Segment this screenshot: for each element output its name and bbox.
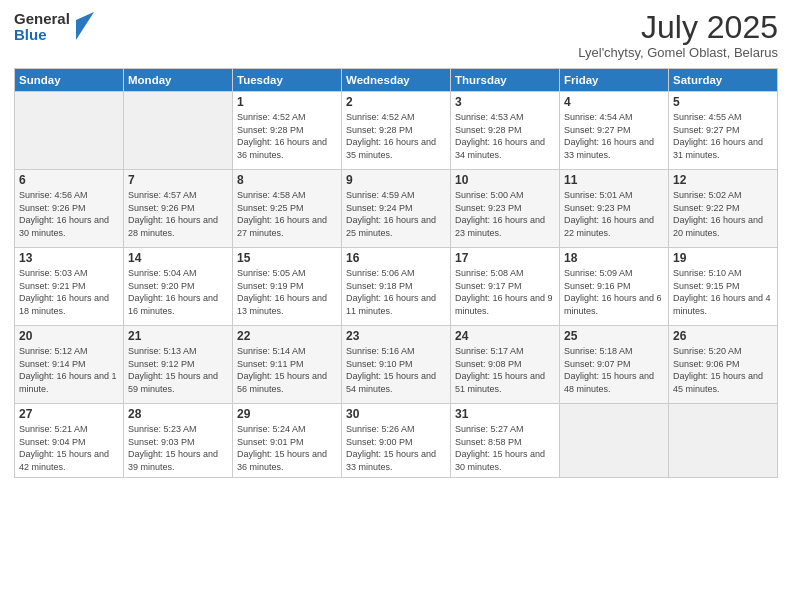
table-row: 15Sunrise: 5:05 AMSunset: 9:19 PMDayligh… — [233, 248, 342, 326]
table-row: 30Sunrise: 5:26 AMSunset: 9:00 PMDayligh… — [342, 404, 451, 477]
day-info: Sunrise: 4:52 AMSunset: 9:28 PMDaylight:… — [237, 111, 337, 161]
table-row: 1Sunrise: 4:52 AMSunset: 9:28 PMDaylight… — [233, 92, 342, 170]
day-number: 25 — [564, 329, 664, 343]
day-info: Sunrise: 5:02 AMSunset: 9:22 PMDaylight:… — [673, 189, 773, 239]
day-info: Sunrise: 5:12 AMSunset: 9:14 PMDaylight:… — [19, 345, 119, 395]
day-info: Sunrise: 4:53 AMSunset: 9:28 PMDaylight:… — [455, 111, 555, 161]
day-number: 26 — [673, 329, 773, 343]
day-info: Sunrise: 5:09 AMSunset: 9:16 PMDaylight:… — [564, 267, 664, 317]
day-number: 24 — [455, 329, 555, 343]
table-row: 18Sunrise: 5:09 AMSunset: 9:16 PMDayligh… — [560, 248, 669, 326]
day-info: Sunrise: 4:59 AMSunset: 9:24 PMDaylight:… — [346, 189, 446, 239]
day-info: Sunrise: 4:57 AMSunset: 9:26 PMDaylight:… — [128, 189, 228, 239]
table-row: 16Sunrise: 5:06 AMSunset: 9:18 PMDayligh… — [342, 248, 451, 326]
table-row: 4Sunrise: 4:54 AMSunset: 9:27 PMDaylight… — [560, 92, 669, 170]
table-row: 14Sunrise: 5:04 AMSunset: 9:20 PMDayligh… — [124, 248, 233, 326]
logo: General Blue — [14, 10, 94, 44]
day-info: Sunrise: 4:52 AMSunset: 9:28 PMDaylight:… — [346, 111, 446, 161]
day-number: 29 — [237, 407, 337, 421]
day-info: Sunrise: 4:58 AMSunset: 9:25 PMDaylight:… — [237, 189, 337, 239]
day-number: 2 — [346, 95, 446, 109]
day-info: Sunrise: 5:10 AMSunset: 9:15 PMDaylight:… — [673, 267, 773, 317]
day-number: 27 — [19, 407, 119, 421]
day-info: Sunrise: 5:08 AMSunset: 9:17 PMDaylight:… — [455, 267, 555, 317]
header-sunday: Sunday — [15, 69, 124, 92]
day-number: 13 — [19, 251, 119, 265]
table-row: 9Sunrise: 4:59 AMSunset: 9:24 PMDaylight… — [342, 170, 451, 248]
day-info: Sunrise: 5:21 AMSunset: 9:04 PMDaylight:… — [19, 423, 119, 473]
day-info: Sunrise: 4:56 AMSunset: 9:26 PMDaylight:… — [19, 189, 119, 239]
day-number: 12 — [673, 173, 773, 187]
day-number: 18 — [564, 251, 664, 265]
header-wednesday: Wednesday — [342, 69, 451, 92]
table-row: 27Sunrise: 5:21 AMSunset: 9:04 PMDayligh… — [15, 404, 124, 477]
table-row: 11Sunrise: 5:01 AMSunset: 9:23 PMDayligh… — [560, 170, 669, 248]
table-row: 12Sunrise: 5:02 AMSunset: 9:22 PMDayligh… — [669, 170, 778, 248]
day-number: 15 — [237, 251, 337, 265]
logo-blue: Blue — [14, 27, 70, 44]
calendar: Sunday Monday Tuesday Wednesday Thursday… — [14, 68, 778, 477]
table-row: 19Sunrise: 5:10 AMSunset: 9:15 PMDayligh… — [669, 248, 778, 326]
day-info: Sunrise: 5:27 AMSunset: 8:58 PMDaylight:… — [455, 423, 555, 473]
table-row: 31Sunrise: 5:27 AMSunset: 8:58 PMDayligh… — [451, 404, 560, 477]
day-number: 11 — [564, 173, 664, 187]
day-number: 16 — [346, 251, 446, 265]
table-row: 6Sunrise: 4:56 AMSunset: 9:26 PMDaylight… — [15, 170, 124, 248]
table-row: 8Sunrise: 4:58 AMSunset: 9:25 PMDaylight… — [233, 170, 342, 248]
day-number: 5 — [673, 95, 773, 109]
day-number: 19 — [673, 251, 773, 265]
day-number: 28 — [128, 407, 228, 421]
day-number: 7 — [128, 173, 228, 187]
day-number: 14 — [128, 251, 228, 265]
day-number: 30 — [346, 407, 446, 421]
table-row: 3Sunrise: 4:53 AMSunset: 9:28 PMDaylight… — [451, 92, 560, 170]
day-info: Sunrise: 5:24 AMSunset: 9:01 PMDaylight:… — [237, 423, 337, 473]
day-number: 10 — [455, 173, 555, 187]
weekday-header-row: Sunday Monday Tuesday Wednesday Thursday… — [15, 69, 778, 92]
day-info: Sunrise: 5:05 AMSunset: 9:19 PMDaylight:… — [237, 267, 337, 317]
table-row: 13Sunrise: 5:03 AMSunset: 9:21 PMDayligh… — [15, 248, 124, 326]
header-friday: Friday — [560, 69, 669, 92]
logo-general: General — [14, 11, 70, 28]
day-info: Sunrise: 5:23 AMSunset: 9:03 PMDaylight:… — [128, 423, 228, 473]
day-number: 22 — [237, 329, 337, 343]
table-row — [560, 404, 669, 477]
header-thursday: Thursday — [451, 69, 560, 92]
day-number: 17 — [455, 251, 555, 265]
header-tuesday: Tuesday — [233, 69, 342, 92]
day-info: Sunrise: 4:55 AMSunset: 9:27 PMDaylight:… — [673, 111, 773, 161]
day-number: 21 — [128, 329, 228, 343]
title-block: July 2025 Lyel'chytsy, Gomel Oblast, Bel… — [578, 10, 778, 60]
table-row: 2Sunrise: 4:52 AMSunset: 9:28 PMDaylight… — [342, 92, 451, 170]
logo-icon — [72, 12, 94, 44]
subtitle: Lyel'chytsy, Gomel Oblast, Belarus — [578, 45, 778, 60]
day-number: 31 — [455, 407, 555, 421]
table-row — [15, 92, 124, 170]
day-info: Sunrise: 4:54 AMSunset: 9:27 PMDaylight:… — [564, 111, 664, 161]
day-info: Sunrise: 5:17 AMSunset: 9:08 PMDaylight:… — [455, 345, 555, 395]
day-info: Sunrise: 5:00 AMSunset: 9:23 PMDaylight:… — [455, 189, 555, 239]
page: General Blue July 2025 Lyel'chytsy, Gome… — [0, 0, 792, 612]
logo-text: General Blue — [14, 11, 70, 44]
day-number: 20 — [19, 329, 119, 343]
table-row: 28Sunrise: 5:23 AMSunset: 9:03 PMDayligh… — [124, 404, 233, 477]
day-number: 8 — [237, 173, 337, 187]
header-monday: Monday — [124, 69, 233, 92]
main-title: July 2025 — [578, 10, 778, 45]
table-row: 29Sunrise: 5:24 AMSunset: 9:01 PMDayligh… — [233, 404, 342, 477]
table-row: 21Sunrise: 5:13 AMSunset: 9:12 PMDayligh… — [124, 326, 233, 404]
table-row: 7Sunrise: 4:57 AMSunset: 9:26 PMDaylight… — [124, 170, 233, 248]
table-row — [669, 404, 778, 477]
day-info: Sunrise: 5:16 AMSunset: 9:10 PMDaylight:… — [346, 345, 446, 395]
day-info: Sunrise: 5:13 AMSunset: 9:12 PMDaylight:… — [128, 345, 228, 395]
day-info: Sunrise: 5:01 AMSunset: 9:23 PMDaylight:… — [564, 189, 664, 239]
table-row: 23Sunrise: 5:16 AMSunset: 9:10 PMDayligh… — [342, 326, 451, 404]
table-row — [124, 92, 233, 170]
day-info: Sunrise: 5:26 AMSunset: 9:00 PMDaylight:… — [346, 423, 446, 473]
day-number: 6 — [19, 173, 119, 187]
table-row: 5Sunrise: 4:55 AMSunset: 9:27 PMDaylight… — [669, 92, 778, 170]
table-row: 25Sunrise: 5:18 AMSunset: 9:07 PMDayligh… — [560, 326, 669, 404]
day-number: 23 — [346, 329, 446, 343]
header: General Blue July 2025 Lyel'chytsy, Gome… — [14, 10, 778, 60]
day-number: 4 — [564, 95, 664, 109]
